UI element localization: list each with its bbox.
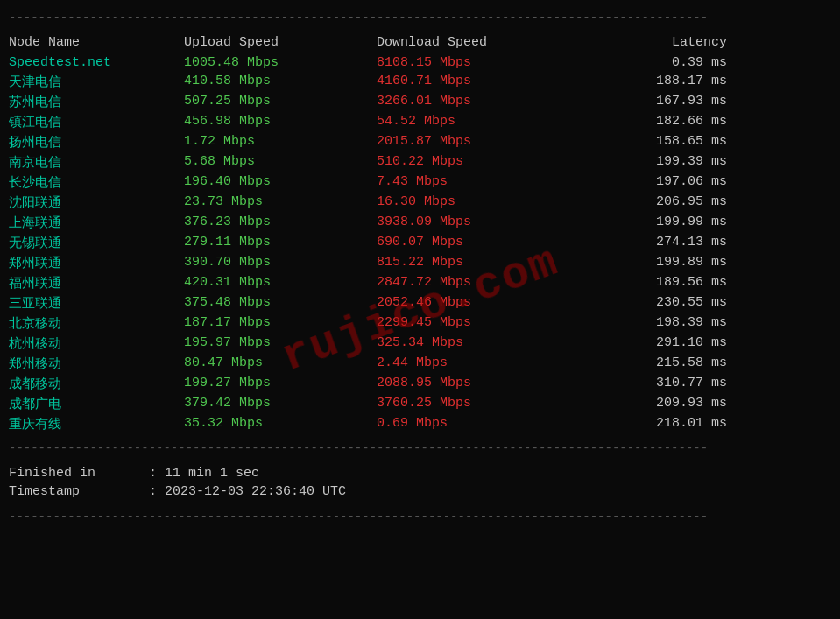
row-latency: 198.39 ms (587, 315, 727, 332)
row-download: 54.52 Mbps (377, 114, 587, 130)
header-upload: Upload Speed (184, 35, 377, 50)
row-node: 长沙电信 (9, 174, 184, 191)
row-upload: 410.58 Mbps (184, 74, 377, 90)
row-node: 沈阳联通 (9, 194, 184, 211)
table-header: Node Name Upload Speed Download Speed La… (9, 32, 831, 53)
table-row: 北京移动 187.17 Mbps 2299.45 Mbps 198.39 ms (9, 313, 831, 334)
row-latency: 218.01 ms (587, 416, 727, 433)
row-node: 郑州联通 (9, 255, 184, 271)
row-node: 郑州移动 (9, 355, 184, 372)
row-download: 3760.25 Mbps (377, 396, 587, 412)
row-node: Speedtest.net (9, 55, 184, 70)
footer-timestamp: Timestamp : 2023-12-03 22:36:40 UTC (9, 482, 831, 501)
row-download: 2847.72 Mbps (377, 275, 587, 292)
row-node: 扬州电信 (9, 134, 184, 151)
row-latency: 199.89 ms (587, 255, 727, 271)
final-divider: ----------------------------------------… (9, 510, 831, 524)
footer-section: Finished in : 11 min 1 sec Timestamp : 2… (9, 459, 831, 506)
timestamp-label: Timestamp (9, 484, 149, 499)
row-download: 7.43 Mbps (377, 174, 587, 191)
timestamp-value: : 2023-12-03 22:36:40 UTC (149, 484, 346, 499)
table-row: 郑州移动 80.47 Mbps 2.44 Mbps 215.58 ms (9, 354, 831, 374)
row-download: 815.22 Mbps (377, 255, 587, 271)
table-row: 杭州移动 195.97 Mbps 325.34 Mbps 291.10 ms (9, 334, 831, 354)
footer-finished: Finished in : 11 min 1 sec (9, 464, 831, 482)
row-download: 2088.95 Mbps (377, 376, 587, 392)
row-latency: 158.65 ms (587, 134, 727, 151)
table-row: 南京电信 5.68 Mbps 510.22 Mbps 199.39 ms (9, 152, 831, 172)
row-download: 0.69 Mbps (377, 416, 587, 433)
table-row: Speedtest.net 1005.48 Mbps 8108.15 Mbps … (9, 53, 831, 72)
row-latency: 209.93 ms (587, 396, 727, 412)
row-upload: 5.68 Mbps (184, 154, 377, 171)
table-row: 沈阳联通 23.73 Mbps 16.30 Mbps 206.95 ms (9, 193, 831, 213)
row-download: 2052.46 Mbps (377, 295, 587, 312)
table-row: 上海联通 376.23 Mbps 3938.09 Mbps 199.99 ms (9, 213, 831, 233)
row-latency: 167.93 ms (587, 94, 727, 110)
row-upload: 1005.48 Mbps (184, 55, 377, 70)
table-row: 镇江电信 456.98 Mbps 54.52 Mbps 182.66 ms (9, 112, 831, 132)
bottom-divider: ----------------------------------------… (9, 441, 831, 455)
row-node: 北京移动 (9, 315, 184, 332)
row-node: 重庆有线 (9, 416, 184, 433)
row-download: 3938.09 Mbps (377, 215, 587, 231)
row-download: 510.22 Mbps (377, 154, 587, 171)
row-latency: 215.58 ms (587, 355, 727, 372)
finished-label: Finished in (9, 466, 149, 481)
row-upload: 23.73 Mbps (184, 194, 377, 211)
table-row: 重庆有线 35.32 Mbps 0.69 Mbps 218.01 ms (9, 414, 831, 434)
row-latency: 182.66 ms (587, 114, 727, 130)
row-upload: 379.42 Mbps (184, 396, 377, 412)
row-upload: 507.25 Mbps (184, 94, 377, 110)
row-latency: 0.39 ms (587, 55, 727, 70)
row-node: 成都广电 (9, 396, 184, 412)
row-upload: 375.48 Mbps (184, 295, 377, 312)
table-row: 无锡联通 279.11 Mbps 690.07 Mbps 274.13 ms (9, 233, 831, 253)
row-upload: 390.70 Mbps (184, 255, 377, 271)
table-row: 福州联通 420.31 Mbps 2847.72 Mbps 189.56 ms (9, 273, 831, 293)
row-upload: 279.11 Mbps (184, 235, 377, 251)
row-node: 三亚联通 (9, 295, 184, 312)
row-upload: 1.72 Mbps (184, 134, 377, 151)
row-node: 无锡联通 (9, 235, 184, 251)
row-latency: 230.55 ms (587, 295, 727, 312)
rows-container: Speedtest.net 1005.48 Mbps 8108.15 Mbps … (9, 53, 831, 434)
table-row: 长沙电信 196.40 Mbps 7.43 Mbps 197.06 ms (9, 172, 831, 193)
row-latency: 199.39 ms (587, 154, 727, 171)
row-download: 2015.87 Mbps (377, 134, 587, 151)
row-upload: 376.23 Mbps (184, 215, 377, 231)
row-download: 2299.45 Mbps (377, 315, 587, 332)
row-node: 上海联通 (9, 215, 184, 231)
table-row: 扬州电信 1.72 Mbps 2015.87 Mbps 158.65 ms (9, 132, 831, 152)
row-upload: 80.47 Mbps (184, 355, 377, 372)
row-download: 2.44 Mbps (377, 355, 587, 372)
finished-value: : 11 min 1 sec (149, 466, 259, 481)
table-row: 郑州联通 390.70 Mbps 815.22 Mbps 199.89 ms (9, 253, 831, 273)
row-node: 福州联通 (9, 275, 184, 292)
table-row: 成都移动 199.27 Mbps 2088.95 Mbps 310.77 ms (9, 374, 831, 394)
row-download: 16.30 Mbps (377, 194, 587, 211)
row-node: 苏州电信 (9, 94, 184, 110)
top-divider: ----------------------------------------… (9, 11, 831, 25)
row-upload: 199.27 Mbps (184, 376, 377, 392)
row-upload: 420.31 Mbps (184, 275, 377, 292)
row-download: 8108.15 Mbps (377, 55, 587, 70)
row-node: 南京电信 (9, 154, 184, 171)
row-latency: 189.56 ms (587, 275, 727, 292)
row-latency: 291.10 ms (587, 335, 727, 352)
header-download: Download Speed (377, 35, 587, 50)
table-row: 三亚联通 375.48 Mbps 2052.46 Mbps 230.55 ms (9, 293, 831, 313)
row-node: 杭州移动 (9, 335, 184, 352)
table-row: 天津电信 410.58 Mbps 4160.71 Mbps 188.17 ms (9, 72, 831, 92)
row-download: 3266.01 Mbps (377, 94, 587, 110)
row-upload: 196.40 Mbps (184, 174, 377, 191)
results-table: Node Name Upload Speed Download Speed La… (9, 28, 831, 438)
row-download: 4160.71 Mbps (377, 74, 587, 90)
row-node: 天津电信 (9, 74, 184, 90)
table-row: 成都广电 379.42 Mbps 3760.25 Mbps 209.93 ms (9, 394, 831, 414)
row-upload: 456.98 Mbps (184, 114, 377, 130)
header-node: Node Name (9, 35, 184, 50)
row-latency: 197.06 ms (587, 174, 727, 191)
row-latency: 310.77 ms (587, 376, 727, 392)
header-latency: Latency (587, 35, 727, 50)
